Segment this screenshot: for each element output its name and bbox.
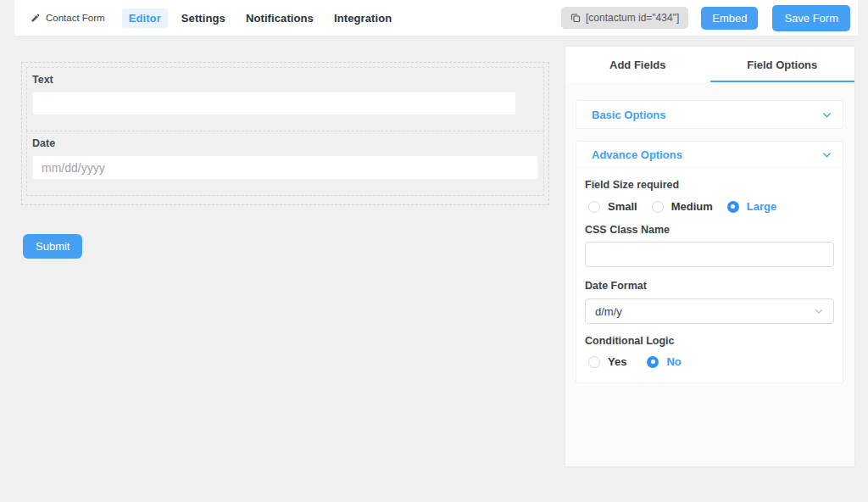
radio-large-label[interactable]: Large bbox=[747, 200, 776, 213]
nav-tab-notifications[interactable]: Notifications bbox=[239, 8, 320, 28]
field-size-radio-group: Small Medium Large bbox=[588, 200, 834, 213]
active-tab-underline bbox=[710, 81, 855, 82]
advance-options-content: Field Size required Small Medium Large C… bbox=[576, 168, 843, 382]
date-format-label: Date Format bbox=[585, 280, 834, 292]
field-options-panel: Add Fields Field Options Basic Options A… bbox=[565, 47, 854, 466]
basic-options-header[interactable]: Basic Options bbox=[576, 101, 843, 128]
chevron-down-icon bbox=[821, 149, 832, 160]
topbar-nav: Editor Settings Notifications Integratio… bbox=[122, 8, 399, 28]
pencil-icon bbox=[31, 13, 41, 23]
nav-tab-settings[interactable]: Settings bbox=[175, 8, 232, 28]
radio-no[interactable] bbox=[647, 356, 659, 368]
submit-button[interactable]: Submit bbox=[23, 234, 82, 259]
date-format-value: d/m/y bbox=[595, 305, 622, 318]
radio-no-label[interactable]: No bbox=[666, 355, 681, 368]
radio-yes-label[interactable]: Yes bbox=[608, 355, 626, 368]
advance-options-title: Advance Options bbox=[592, 148, 682, 161]
field-block-text[interactable]: Text bbox=[26, 67, 544, 131]
radio-small[interactable] bbox=[588, 201, 600, 213]
date-field-input[interactable] bbox=[32, 155, 538, 180]
field-label: Date bbox=[32, 137, 538, 149]
form-preview-canvas[interactable]: Text Date bbox=[21, 62, 549, 205]
nav-tab-integration[interactable]: Integration bbox=[327, 8, 398, 28]
topbar: Contact Form Editor Settings Notificatio… bbox=[14, 0, 858, 36]
panel-tabbar: Add Fields Field Options bbox=[565, 47, 854, 82]
field-block-date[interactable]: Date bbox=[26, 131, 544, 196]
form-title: Contact Form bbox=[46, 13, 105, 23]
css-class-input[interactable] bbox=[585, 242, 834, 267]
copy-icon bbox=[570, 13, 581, 23]
css-class-label: CSS Class Name bbox=[585, 224, 834, 236]
radio-small-label[interactable]: Small bbox=[608, 200, 637, 213]
field-label: Text bbox=[32, 74, 538, 86]
tab-field-options[interactable]: Field Options bbox=[710, 47, 855, 82]
form-title-group[interactable]: Contact Form bbox=[31, 13, 105, 23]
shortcode-pill[interactable]: [contactum id="434"] bbox=[561, 7, 688, 29]
date-format-select[interactable]: d/m/y bbox=[585, 298, 834, 324]
conditional-logic-radio-group: Yes No bbox=[588, 355, 834, 368]
basic-options-title: Basic Options bbox=[592, 109, 665, 121]
nav-tab-editor[interactable]: Editor bbox=[122, 8, 168, 28]
advance-options-accordion: Advance Options Field Size required Smal… bbox=[576, 141, 843, 383]
conditional-logic-label: Conditional Logic bbox=[585, 335, 834, 347]
save-form-button[interactable]: Save Form bbox=[772, 5, 850, 31]
radio-yes[interactable] bbox=[588, 356, 600, 368]
radio-medium-label[interactable]: Medium bbox=[671, 200, 713, 213]
field-size-label: Field Size required bbox=[585, 179, 834, 191]
embed-button[interactable]: Embed bbox=[701, 7, 758, 30]
text-field-input[interactable] bbox=[32, 92, 516, 115]
tab-add-fields[interactable]: Add Fields bbox=[565, 47, 710, 82]
advance-options-header[interactable]: Advance Options bbox=[576, 142, 843, 168]
chevron-down-icon bbox=[821, 109, 832, 120]
radio-medium[interactable] bbox=[652, 201, 664, 213]
basic-options-accordion: Basic Options bbox=[576, 100, 843, 129]
shortcode-text: [contactum id="434"] bbox=[586, 12, 679, 24]
radio-large[interactable] bbox=[727, 201, 739, 213]
chevron-down-icon bbox=[814, 306, 824, 316]
panel-body: Basic Options Advance Options Field Size… bbox=[565, 82, 854, 383]
